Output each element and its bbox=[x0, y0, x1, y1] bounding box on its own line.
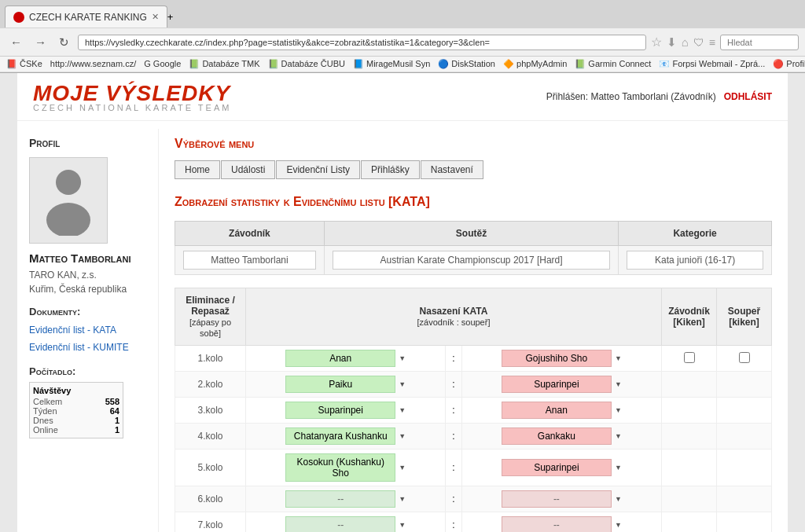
kata-red-select-5[interactable]: Suparinpei bbox=[502, 459, 612, 476]
profile-club: TARO KAN, z.s. Kuřim, Česká republika bbox=[29, 268, 146, 296]
bookmark-garmin[interactable]: 📗 Garmin Connect bbox=[575, 59, 651, 69]
filter-zavodnik[interactable]: Matteo Tamborlani bbox=[183, 251, 316, 270]
rounds-table: Eliminace / Repasaž [zápasy po sobě] Nas… bbox=[175, 288, 772, 532]
content-layout: Profil Matteo Tamborlani TARO KAN, z.s. … bbox=[17, 121, 788, 532]
colon-6: : bbox=[446, 486, 461, 512]
kata-green-cell-1: Anan ▼ bbox=[246, 346, 446, 372]
download-icon[interactable]: ⬇ bbox=[667, 35, 677, 50]
round-label-6: 6.kolo bbox=[175, 486, 246, 512]
colon-2: : bbox=[446, 372, 461, 398]
tab-evidencni[interactable]: Evidenční Listy bbox=[276, 160, 360, 179]
back-button[interactable]: ← bbox=[6, 34, 26, 50]
kiken-s-cell-6 bbox=[717, 486, 772, 512]
page-wrapper: Moje Výsledky Czech National Karate Team… bbox=[0, 73, 805, 532]
kata-green-select-7[interactable]: -- bbox=[285, 516, 395, 532]
filter-kategorie[interactable]: Kata junioři (16-17) bbox=[627, 251, 763, 270]
kata-red-arrow-2: ▼ bbox=[615, 380, 622, 388]
kata-red-arrow-4: ▼ bbox=[615, 432, 622, 440]
header-auth: Přihlášen: Matteo Tamborlani (Závodník) … bbox=[546, 91, 772, 102]
avatar-silhouette bbox=[41, 165, 96, 236]
doc-kata-link[interactable]: Evidenční list - KATA bbox=[29, 322, 146, 339]
kiken-zavodnik-1[interactable] bbox=[684, 352, 695, 363]
counter-tyden: Týden 64 bbox=[33, 406, 119, 416]
logo-sub: Czech National Karate Team bbox=[33, 103, 231, 112]
tab-nastaveni[interactable]: Nastavení bbox=[421, 160, 483, 179]
kata-green-cell-2: Paiku ▼ bbox=[246, 372, 446, 398]
counter-dnes: Dnes 1 bbox=[33, 416, 119, 425]
address-bar[interactable] bbox=[78, 35, 646, 50]
bookmark-forpsi[interactable]: 📧 Forpsi Webmail - Zprá... bbox=[659, 59, 765, 69]
bookmark-diskstation[interactable]: 🔵 DiskStation bbox=[438, 59, 495, 69]
kiken-souper-1[interactable] bbox=[739, 352, 750, 363]
bookmark-seznam[interactable]: http://www.seznam.cz/ bbox=[50, 59, 136, 69]
kata-red-select-6[interactable]: -- bbox=[502, 490, 612, 508]
doc-kumite-link[interactable]: Evidenční list - KUMITE bbox=[29, 339, 146, 357]
bookmark-star[interactable]: ☆ bbox=[651, 35, 662, 50]
tab-udalosti[interactable]: Události bbox=[221, 160, 275, 179]
kiken-z-cell-5 bbox=[662, 449, 717, 486]
logout-button[interactable]: ODHLÁSIT bbox=[724, 91, 772, 102]
page-inner: Moje Výsledky Czech National Karate Team… bbox=[17, 73, 788, 532]
kata-red-cell-4: Gankaku ▼ bbox=[461, 424, 661, 449]
kata-green-cell-5: Kosokun (Kushanku) Sho ▼ bbox=[246, 449, 446, 486]
kata-green-arrow-6: ▼ bbox=[399, 495, 406, 503]
filter-table: Závodník Soutěž Kategorie Matteo Tamborl… bbox=[175, 221, 772, 275]
bookmark-mirage[interactable]: 📘 MirageMusil Syn bbox=[353, 59, 430, 69]
kata-red-cell-2: Suparinpei ▼ bbox=[461, 372, 661, 398]
bookmark-polar[interactable]: 🔴 Profile - Polar Flow bbox=[773, 59, 805, 69]
kata-green-arrow-3: ▼ bbox=[399, 406, 406, 414]
refresh-button[interactable]: ↻ bbox=[55, 34, 73, 51]
kata-green-select-4[interactable]: Chatanyara Kushanku bbox=[285, 427, 395, 445]
kata-green-select-3[interactable]: Suparinpei bbox=[285, 402, 395, 419]
col-eliminace: Eliminace / Repasaž [zápasy po sobě] bbox=[175, 288, 246, 346]
auth-text: Přihlášen: Matteo Tamborlani (Závodník) bbox=[546, 91, 716, 102]
shield-icon: 🛡 bbox=[693, 36, 704, 49]
kata-red-select-1[interactable]: Gojushiho Sho bbox=[502, 350, 612, 367]
kata-green-select-5[interactable]: Kosokun (Kushanku) Sho bbox=[285, 453, 395, 482]
kiken-z-cell-2 bbox=[662, 372, 717, 398]
close-tab-button[interactable]: ✕ bbox=[152, 12, 159, 22]
kata-green-cell-7: -- ▼ bbox=[246, 512, 446, 533]
tab-prihlasky[interactable]: Přihlášky bbox=[361, 160, 420, 179]
menu-icon[interactable]: ≡ bbox=[709, 36, 715, 49]
kiken-z-cell-3 bbox=[662, 398, 717, 424]
kata-green-select-2[interactable]: Paiku bbox=[285, 376, 395, 393]
kata-green-cell-3: Suparinpei ▼ bbox=[246, 398, 446, 424]
round-label-2: 2.kolo bbox=[175, 372, 246, 398]
kata-red-select-7[interactable]: -- bbox=[502, 516, 612, 532]
round-label-4: 4.kolo bbox=[175, 424, 246, 449]
tab-home[interactable]: Home bbox=[175, 160, 220, 179]
kiken-z-cell-7 bbox=[662, 512, 717, 533]
kata-red-select-3[interactable]: Anan bbox=[502, 402, 612, 419]
dokumenty-label: Dokumenty: bbox=[29, 306, 146, 317]
home-icon[interactable]: ⌂ bbox=[682, 35, 689, 49]
profil-label: Profil bbox=[29, 137, 146, 149]
kata-red-arrow-5: ▼ bbox=[615, 464, 622, 471]
bookmark-cubu[interactable]: 📗 Databáze ČUBU bbox=[268, 59, 345, 69]
bookmark-tmk[interactable]: 📗 Databáze TMK bbox=[189, 59, 259, 69]
bookmark-cske[interactable]: 📕 ČSKe bbox=[6, 59, 42, 69]
active-tab[interactable]: CZECH KARATE RANKING ✕ bbox=[5, 6, 167, 28]
pocitadlo-label: Počítadlo: bbox=[29, 365, 146, 377]
col-nasazeni: Nasazení KATA [závodník : soupeř] bbox=[246, 288, 662, 346]
kata-red-select-4[interactable]: Gankaku bbox=[502, 427, 612, 445]
round-row-1: 1.kolo Anan ▼ : Gojushiho Sho ▼ bbox=[175, 346, 772, 372]
new-tab-button[interactable]: + bbox=[167, 11, 174, 23]
forward-button[interactable]: → bbox=[31, 34, 50, 50]
logo-area: Moje Výsledky Czech National Karate Team bbox=[33, 81, 231, 112]
round-label-7: 7.kolo bbox=[175, 512, 246, 533]
svg-point-1 bbox=[46, 203, 90, 236]
kata-red-select-2[interactable]: Suparinpei bbox=[502, 376, 612, 393]
kata-red-arrow-6: ▼ bbox=[615, 495, 622, 503]
filter-soutez[interactable]: Austrian Karate Championscup 2017 [Hard] bbox=[333, 251, 610, 270]
counter-celkem: Celkem 558 bbox=[33, 397, 119, 406]
kata-red-cell-1: Gojushiho Sho ▼ bbox=[461, 346, 661, 372]
kiken-s-cell-5 bbox=[717, 449, 772, 486]
kiken-s-cell-3 bbox=[717, 398, 772, 424]
kata-green-select-1[interactable]: Anan bbox=[285, 350, 395, 367]
kata-green-select-6[interactable]: -- bbox=[285, 490, 395, 508]
bookmark-phpmyadmin[interactable]: 🔶 phpMyAdmin bbox=[503, 59, 567, 69]
col-soutez: Soutěž bbox=[324, 222, 618, 246]
bookmark-google[interactable]: G Google bbox=[144, 59, 181, 69]
search-input[interactable] bbox=[720, 35, 799, 50]
